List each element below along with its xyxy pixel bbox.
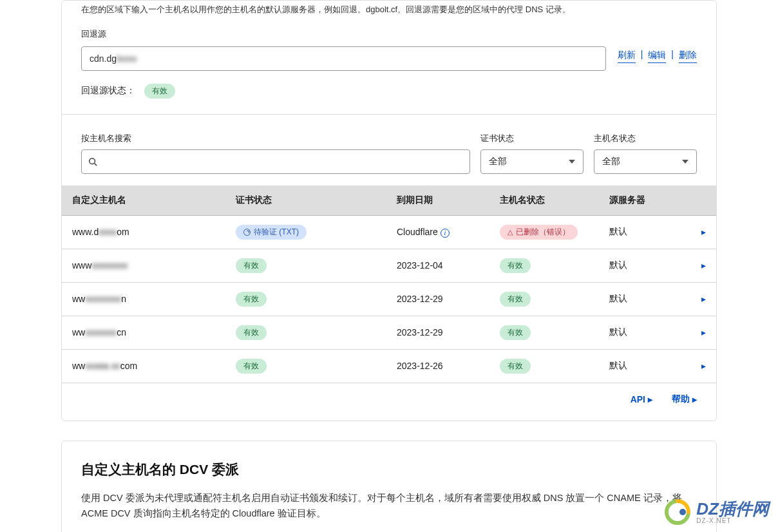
cell-host-status: 有效 [493, 249, 603, 282]
hostnames-table: 自定义主机名 证书状态 到期日期 主机名状态 源服务器 www.dxxxxom待… [62, 185, 716, 383]
cell-expand[interactable]: ▸ [695, 215, 716, 249]
cell-host: wwwxxxxxxxx [62, 249, 229, 282]
cell-origin: 默认 [603, 316, 695, 349]
fallback-status-badge: 有效 [144, 84, 175, 99]
api-link[interactable]: API▸ [631, 394, 652, 405]
cell-host-status: 有效 [493, 349, 603, 383]
cell-origin: 默认 [603, 249, 695, 282]
watermark-icon [664, 499, 691, 526]
svg-line-1 [95, 163, 97, 166]
cert-filter-select[interactable]: 全部 [480, 149, 584, 174]
warning-icon: △ [508, 228, 513, 236]
cell-expand[interactable]: ▸ [695, 249, 716, 282]
cell-expiry: 2023-12-26 [390, 349, 493, 383]
svg-point-2 [679, 509, 686, 515]
fallback-status-label: 回退源状态： [81, 85, 135, 97]
host-filter-label: 主机名状态 [594, 133, 697, 144]
cell-expiry: 2023-12-29 [390, 316, 493, 349]
table-row: wwxxxxxxxxn有效2023-12-29有效默认▸ [62, 282, 716, 316]
chevron-right-icon: ▸ [701, 327, 706, 337]
cell-expiry: 2023-12-04 [390, 249, 493, 282]
host-status-badge: 有效 [500, 292, 531, 307]
watermark-text: DZ插件网 [696, 500, 769, 517]
cell-expiry: 2023-12-29 [390, 282, 493, 316]
host-status-badge: 有效 [500, 359, 531, 374]
dcv-title: 自定义主机名的 DCV 委派 [81, 461, 697, 479]
cell-cert-status: 有效 [229, 349, 390, 383]
fallback-actions: 刷新 | 编辑 | 删除 [618, 46, 697, 63]
search-input[interactable] [81, 149, 470, 174]
cell-host: wwxxxea xxcom [62, 349, 229, 383]
col-host-status: 主机名状态 [493, 185, 603, 216]
table-row: wwxxxea xxcom有效2023-12-26有效默认▸ [62, 349, 716, 383]
card-footer-links: API▸ 帮助▸ [81, 383, 697, 408]
fallback-origin-input[interactable]: cdn.dglxxxx [81, 46, 606, 71]
cell-expiry: Cloudflarei [390, 215, 493, 249]
chevron-right-icon: ▸ [701, 294, 706, 304]
col-host: 自定义主机名 [62, 185, 229, 216]
cell-origin: 默认 [603, 282, 695, 316]
fallback-origin-card: 在您的区域下输入一个主机名以用作您的主机名的默认源服务器，例如回退。dgbolt… [61, 0, 717, 421]
cert-status-badge: 待验证 (TXT) [236, 225, 307, 240]
host-status-badge: 有效 [500, 258, 531, 273]
search-icon [88, 157, 97, 166]
info-icon[interactable]: i [441, 229, 450, 238]
svg-point-0 [90, 158, 95, 164]
cell-expand[interactable]: ▸ [695, 282, 716, 316]
table-row: wwxxxxxxxcn有效2023-12-29有效默认▸ [62, 316, 716, 349]
cell-origin: 默认 [603, 349, 695, 383]
cell-host: www.dxxxxom [62, 215, 229, 249]
cert-status-badge: 有效 [236, 325, 267, 340]
chevron-right-icon: ▸ [701, 260, 706, 271]
edit-link[interactable]: 编辑 [648, 48, 666, 63]
fallback-description: 在您的区域下输入一个主机名以用作您的主机名的默认源服务器，例如回退。dgbolt… [81, 1, 697, 17]
cell-host: wwxxxxxxxcn [62, 316, 229, 349]
col-expiry: 到期日期 [390, 185, 493, 216]
cell-cert-status: 有效 [229, 316, 390, 349]
cert-status-badge: 有效 [236, 292, 267, 307]
clock-icon [243, 229, 251, 236]
help-link[interactable]: 帮助▸ [672, 394, 697, 405]
cell-host-status: 有效 [493, 282, 603, 316]
cell-cert-status: 有效 [229, 249, 390, 282]
dcv-card: 自定义主机名的 DCV 委派 使用 DCV 委派为未代理或通配符主机名启用自动证… [61, 441, 717, 532]
cert-status-badge: 有效 [236, 258, 267, 273]
cell-host: wwxxxxxxxxn [62, 282, 229, 316]
cell-cert-status: 待验证 (TXT) [229, 215, 390, 249]
watermark: DZ插件网 DZ-X.NET [664, 499, 769, 526]
cell-expand[interactable]: ▸ [695, 349, 716, 383]
chevron-right-icon: ▸ [701, 227, 706, 237]
host-status-badge: 有效 [500, 325, 531, 340]
table-header-row: 自定义主机名 证书状态 到期日期 主机名状态 源服务器 [62, 185, 716, 216]
chevron-down-icon [569, 160, 575, 164]
cert-status-badge: 有效 [236, 359, 267, 374]
cell-expand[interactable]: ▸ [695, 316, 716, 349]
col-origin: 源服务器 [603, 185, 695, 216]
refresh-link[interactable]: 刷新 [618, 48, 636, 63]
fallback-status-row: 回退源状态： 有效 [62, 84, 716, 115]
chevron-right-icon: ▸ [701, 361, 706, 371]
table-row: wwwxxxxxxxx有效2023-12-04有效默认▸ [62, 249, 716, 282]
table-row: www.dxxxxom待验证 (TXT)Cloudflarei△已删除（错误）默… [62, 215, 716, 249]
cell-origin: 默认 [603, 215, 695, 249]
filters-row: 按主机名搜索 证书状态 全部 主机名状态 全部 [81, 115, 697, 185]
dcv-description: 使用 DCV 委派为未代理或通配符主机名启用自动证书颁发和续订。对于每个主机名，… [81, 488, 697, 522]
host-filter-select[interactable]: 全部 [594, 149, 697, 174]
chevron-down-icon [682, 160, 688, 164]
cert-filter-label: 证书状态 [480, 133, 584, 144]
cell-host-status: 有效 [493, 316, 603, 349]
cell-host-status: △已删除（错误） [493, 215, 603, 249]
cell-cert-status: 有效 [229, 282, 390, 316]
search-label: 按主机名搜索 [81, 133, 470, 144]
delete-link[interactable]: 删除 [679, 48, 697, 63]
fallback-label: 回退源 [81, 28, 697, 40]
host-status-badge: △已删除（错误） [500, 225, 578, 240]
col-cert: 证书状态 [229, 185, 390, 216]
